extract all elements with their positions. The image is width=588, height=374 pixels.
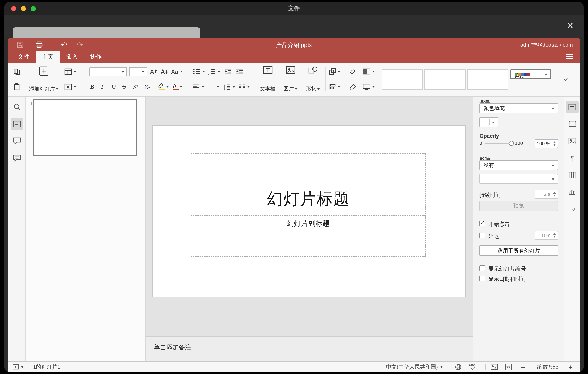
strikethrough-button[interactable]: S — [122, 81, 126, 93]
decrease-font-button[interactable] — [160, 66, 168, 77]
slides-panel-icon[interactable] — [11, 118, 23, 130]
numbered-list-button[interactable]: 123 — [208, 66, 220, 77]
copy-style-button[interactable] — [349, 81, 356, 93]
font-name-combo[interactable] — [89, 67, 127, 77]
preview-button[interactable]: 预览 — [479, 201, 558, 211]
opacity-label: Opacity — [479, 133, 499, 139]
effect-variant-select[interactable] — [479, 174, 558, 184]
change-case-button[interactable]: Aa — [171, 66, 183, 77]
zoom-in-button[interactable]: + — [568, 362, 572, 372]
opacity-max-label: 100 — [515, 141, 523, 146]
tab-file[interactable]: 文件 — [12, 51, 36, 63]
increase-font-button[interactable] — [150, 66, 157, 77]
paste-button[interactable] — [13, 81, 20, 93]
feedback-icon[interactable] — [11, 152, 23, 165]
line-spacing-button[interactable] — [223, 81, 235, 93]
chart-settings-icon[interactable] — [566, 186, 579, 198]
opacity-input[interactable]: 100 % — [535, 139, 558, 148]
image-settings-icon[interactable] — [566, 135, 579, 147]
insert-textbox-label: 文本框 — [260, 86, 275, 92]
background-fill-value: 颜色填充 — [483, 104, 505, 112]
menu-icon[interactable] — [566, 54, 573, 59]
account-email: adm***@dootask.com — [520, 42, 573, 48]
start-on-click-checkbox[interactable] — [479, 220, 485, 226]
fit-slide-icon[interactable] — [491, 362, 498, 372]
show-slide-number-checkbox[interactable] — [479, 265, 485, 271]
slide-subtitle-placeholder[interactable]: 幻灯片副标题 — [191, 215, 426, 257]
tab-insert[interactable]: 插入 — [60, 51, 84, 63]
tab-collaboration[interactable]: 协作 — [84, 51, 108, 63]
theme-preview-1[interactable] — [382, 69, 423, 90]
table-settings-icon[interactable] — [566, 169, 579, 181]
spellcheck-icon[interactable]: ABC — [468, 362, 477, 372]
slide: 幻灯片标题 幻灯片副标题 — [153, 126, 465, 297]
svg-text:3: 3 — [208, 73, 210, 75]
show-slide-number-label: 显示幻灯片编号 — [488, 265, 526, 273]
add-slide-button[interactable]: 添加幻灯片 — [27, 65, 61, 94]
add-slide-label: 添加幻灯片 — [29, 86, 55, 92]
duration-input[interactable]: 2 s — [535, 190, 558, 199]
close-dialog-button[interactable]: × — [564, 19, 576, 32]
search-icon[interactable] — [11, 101, 23, 113]
highlight-color-button[interactable] — [157, 81, 169, 93]
slide-layout-button[interactable] — [64, 66, 76, 77]
slide-title-placeholder[interactable]: 幻灯片标题 — [191, 154, 426, 214]
delay-checkbox[interactable] — [479, 233, 485, 238]
statusbar-divider — [485, 364, 486, 370]
delay-value: 10 s — [541, 233, 550, 238]
decrease-indent-button[interactable] — [224, 66, 232, 77]
slide-thumbnail[interactable] — [33, 99, 137, 156]
font-size-combo[interactable] — [129, 67, 147, 77]
insert-shape-button[interactable]: 形状 — [302, 65, 324, 94]
start-on-click-label: 开始点击 — [488, 220, 510, 228]
background-color-swatch[interactable] — [479, 117, 498, 127]
subscript-button[interactable]: X₂ — [145, 81, 150, 93]
opacity-slider-track[interactable] — [485, 143, 513, 144]
apply-to-all-slides-button[interactable]: 适用于所有幻灯片 — [479, 245, 558, 256]
fit-width-icon[interactable] — [505, 362, 512, 372]
paragraph-settings-icon[interactable]: ¶ — [566, 152, 579, 164]
notes-area[interactable]: 单击添加备注 — [146, 336, 473, 362]
increase-indent-button[interactable] — [236, 66, 243, 77]
copy-button[interactable] — [13, 66, 20, 77]
clear-style-button[interactable] — [349, 66, 357, 77]
insert-textbox-button[interactable]: 文本框 — [257, 65, 278, 94]
slide-size-button[interactable] — [363, 81, 375, 93]
comments-icon[interactable] — [11, 135, 23, 147]
opacity-slider-knob[interactable] — [509, 141, 514, 146]
opacity-value: 100 % — [537, 141, 550, 146]
zoom-out-button[interactable]: − — [521, 362, 525, 372]
color-scheme-button[interactable] — [363, 66, 375, 77]
show-date-time-label: 显示日期和时间 — [488, 275, 526, 283]
start-slideshow-statusbar-button[interactable] — [12, 362, 24, 372]
start-slideshow-button[interactable] — [64, 81, 76, 93]
effect-select[interactable]: 没有 — [479, 160, 558, 170]
superscript-button[interactable]: X² — [133, 81, 138, 93]
show-date-time-checkbox[interactable] — [479, 275, 485, 281]
insert-image-button[interactable]: 图片 — [280, 65, 301, 94]
shape-settings-icon[interactable] — [566, 118, 579, 130]
vertical-align-button[interactable] — [208, 81, 219, 93]
tab-home[interactable]: 主页 — [36, 51, 60, 63]
align-shapes-button[interactable] — [329, 81, 340, 93]
columns-button[interactable] — [239, 81, 250, 93]
slides-thumbnail-panel: 1 — [26, 97, 146, 362]
italic-button[interactable]: I — [101, 81, 103, 93]
arrange-shapes-button[interactable] — [329, 66, 340, 77]
language-selector[interactable]: 中文(中华人民共和国) — [386, 362, 443, 372]
quick-access-row: ↶ ↷ 产品介绍.pptx adm***@dootask.com — [8, 38, 580, 51]
horizontal-align-button[interactable] — [193, 81, 204, 93]
document-language-icon[interactable] — [455, 362, 462, 372]
textart-settings-icon[interactable]: Ta — [566, 202, 579, 215]
delay-input[interactable]: 10 s — [535, 231, 558, 240]
bold-button[interactable]: B — [90, 81, 94, 93]
theme-preview-2[interactable] — [424, 69, 466, 90]
slide-settings-icon[interactable] — [566, 101, 579, 113]
font-color-button[interactable]: A — [172, 81, 182, 93]
underline-button[interactable]: U — [112, 81, 116, 93]
background-fill-select[interactable]: 颜色填充 — [479, 103, 558, 113]
theme-preview-3[interactable] — [467, 69, 508, 90]
theme-preview-selected[interactable]: Aa — [510, 69, 551, 79]
theme-gallery-expand-button[interactable] — [563, 74, 568, 86]
bullet-list-button[interactable] — [193, 66, 205, 77]
